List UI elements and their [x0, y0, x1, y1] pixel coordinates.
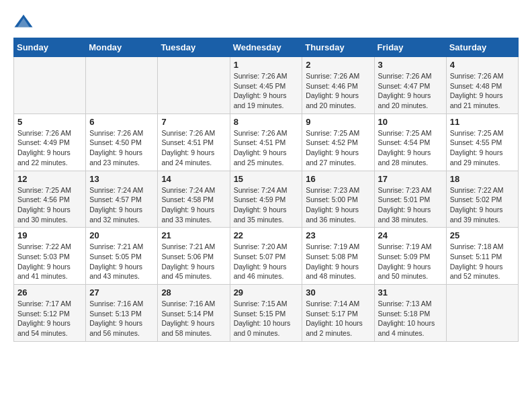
calendar-cell: 17Sunrise: 7:23 AM Sunset: 5:01 PM Dayli… [374, 171, 446, 228]
day-info: Sunrise: 7:23 AM Sunset: 5:01 PM Dayligh… [378, 185, 443, 225]
calendar-cell: 11Sunrise: 7:25 AM Sunset: 4:55 PM Dayli… [446, 113, 518, 171]
calendar-cell: 10Sunrise: 7:25 AM Sunset: 4:54 PM Dayli… [374, 113, 446, 171]
day-info: Sunrise: 7:19 AM Sunset: 5:08 PM Dayligh… [306, 242, 370, 281]
calendar-cell [158, 57, 230, 114]
calendar-cell: 6Sunrise: 7:26 AM Sunset: 4:50 PM Daylig… [86, 113, 158, 171]
weekday-sunday: Sunday [14, 38, 86, 57]
calendar-cell: 8Sunrise: 7:26 AM Sunset: 4:51 PM Daylig… [230, 113, 302, 171]
day-info: Sunrise: 7:26 AM Sunset: 4:49 PM Dayligh… [17, 128, 82, 168]
day-number: 18 [450, 174, 515, 184]
weekday-header-row: SundayMondayTuesdayWednesdayThursdayFrid… [14, 38, 519, 57]
day-number: 17 [378, 174, 443, 184]
day-info: Sunrise: 7:15 AM Sunset: 5:15 PM Dayligh… [234, 299, 299, 338]
day-info: Sunrise: 7:16 AM Sunset: 5:13 PM Dayligh… [89, 299, 154, 338]
calendar-cell: 3Sunrise: 7:26 AM Sunset: 4:47 PM Daylig… [374, 57, 446, 114]
calendar-week-row: 26Sunrise: 7:17 AM Sunset: 5:12 PM Dayli… [14, 285, 519, 342]
weekday-wednesday: Wednesday [230, 38, 302, 57]
calendar-cell [446, 285, 518, 342]
weekday-tuesday: Tuesday [158, 38, 230, 57]
day-info: Sunrise: 7:26 AM Sunset: 4:46 PM Dayligh… [306, 71, 370, 111]
day-number: 10 [378, 117, 443, 127]
day-info: Sunrise: 7:24 AM Sunset: 4:59 PM Dayligh… [234, 185, 299, 225]
day-number: 6 [89, 117, 154, 127]
calendar-cell: 27Sunrise: 7:16 AM Sunset: 5:13 PM Dayli… [86, 285, 158, 342]
calendar-cell: 22Sunrise: 7:20 AM Sunset: 5:07 PM Dayli… [230, 228, 302, 285]
day-number: 2 [306, 60, 370, 70]
calendar-week-row: 12Sunrise: 7:25 AM Sunset: 4:56 PM Dayli… [14, 171, 519, 228]
day-info: Sunrise: 7:24 AM Sunset: 4:58 PM Dayligh… [161, 185, 226, 225]
day-number: 14 [161, 174, 226, 184]
calendar-cell: 24Sunrise: 7:19 AM Sunset: 5:09 PM Dayli… [374, 228, 446, 285]
day-number: 11 [450, 117, 515, 127]
day-number: 7 [161, 117, 226, 127]
calendar-cell: 30Sunrise: 7:14 AM Sunset: 5:17 PM Dayli… [302, 285, 374, 342]
calendar-cell: 20Sunrise: 7:21 AM Sunset: 5:05 PM Dayli… [86, 228, 158, 285]
header [13, 12, 519, 32]
day-info: Sunrise: 7:26 AM Sunset: 4:51 PM Dayligh… [161, 128, 226, 168]
weekday-friday: Friday [374, 38, 446, 57]
day-number: 20 [89, 230, 154, 240]
day-number: 12 [17, 174, 82, 184]
day-number: 22 [234, 230, 299, 240]
calendar-cell: 29Sunrise: 7:15 AM Sunset: 5:15 PM Dayli… [230, 285, 302, 342]
day-info: Sunrise: 7:18 AM Sunset: 5:11 PM Dayligh… [450, 242, 515, 281]
day-info: Sunrise: 7:23 AM Sunset: 5:00 PM Dayligh… [306, 185, 370, 225]
calendar-cell: 25Sunrise: 7:18 AM Sunset: 5:11 PM Dayli… [446, 228, 518, 285]
calendar-week-row: 1Sunrise: 7:26 AM Sunset: 4:45 PM Daylig… [14, 57, 519, 114]
day-info: Sunrise: 7:26 AM Sunset: 4:50 PM Dayligh… [89, 128, 154, 168]
weekday-monday: Monday [86, 38, 158, 57]
day-info: Sunrise: 7:25 AM Sunset: 4:56 PM Dayligh… [17, 185, 82, 225]
logo-icon [13, 12, 34, 32]
day-info: Sunrise: 7:13 AM Sunset: 5:18 PM Dayligh… [378, 299, 443, 338]
calendar-table: SundayMondayTuesdayWednesdayThursdayFrid… [13, 38, 519, 342]
calendar-cell [86, 57, 158, 114]
calendar-cell: 1Sunrise: 7:26 AM Sunset: 4:45 PM Daylig… [230, 57, 302, 114]
day-number: 30 [306, 287, 370, 298]
day-number: 9 [306, 117, 370, 127]
day-info: Sunrise: 7:25 AM Sunset: 4:54 PM Dayligh… [378, 128, 443, 168]
calendar-cell: 14Sunrise: 7:24 AM Sunset: 4:58 PM Dayli… [158, 171, 230, 228]
day-number: 15 [234, 174, 299, 184]
day-number: 1 [234, 60, 299, 70]
calendar-cell: 18Sunrise: 7:22 AM Sunset: 5:02 PM Dayli… [446, 171, 518, 228]
day-info: Sunrise: 7:26 AM Sunset: 4:45 PM Dayligh… [234, 71, 299, 111]
day-info: Sunrise: 7:25 AM Sunset: 4:52 PM Dayligh… [306, 128, 370, 168]
page: SundayMondayTuesdayWednesdayThursdayFrid… [0, 0, 532, 354]
day-info: Sunrise: 7:26 AM Sunset: 4:51 PM Dayligh… [234, 128, 299, 168]
day-number: 19 [17, 230, 82, 240]
day-info: Sunrise: 7:19 AM Sunset: 5:09 PM Dayligh… [378, 242, 443, 281]
weekday-saturday: Saturday [446, 38, 518, 57]
calendar-cell: 15Sunrise: 7:24 AM Sunset: 4:59 PM Dayli… [230, 171, 302, 228]
day-info: Sunrise: 7:21 AM Sunset: 5:05 PM Dayligh… [89, 242, 154, 281]
calendar-cell: 26Sunrise: 7:17 AM Sunset: 5:12 PM Dayli… [14, 285, 86, 342]
calendar-cell [14, 57, 86, 114]
day-number: 25 [450, 230, 515, 240]
calendar-cell: 23Sunrise: 7:19 AM Sunset: 5:08 PM Dayli… [302, 228, 374, 285]
calendar-cell: 16Sunrise: 7:23 AM Sunset: 5:00 PM Dayli… [302, 171, 374, 228]
day-number: 8 [234, 117, 299, 127]
calendar-cell: 5Sunrise: 7:26 AM Sunset: 4:49 PM Daylig… [14, 113, 86, 171]
day-number: 23 [306, 230, 370, 240]
day-number: 13 [89, 174, 154, 184]
logo [13, 12, 35, 32]
day-number: 3 [378, 60, 443, 70]
calendar-cell: 21Sunrise: 7:21 AM Sunset: 5:06 PM Dayli… [158, 228, 230, 285]
calendar-cell: 13Sunrise: 7:24 AM Sunset: 4:57 PM Dayli… [86, 171, 158, 228]
day-info: Sunrise: 7:26 AM Sunset: 4:48 PM Dayligh… [450, 71, 515, 111]
day-info: Sunrise: 7:22 AM Sunset: 5:03 PM Dayligh… [17, 242, 82, 281]
day-number: 4 [450, 60, 515, 70]
day-number: 29 [234, 287, 299, 298]
day-info: Sunrise: 7:26 AM Sunset: 4:47 PM Dayligh… [378, 71, 443, 111]
day-info: Sunrise: 7:16 AM Sunset: 5:14 PM Dayligh… [161, 299, 226, 338]
day-number: 27 [89, 287, 154, 298]
day-number: 24 [378, 230, 443, 240]
calendar-cell: 12Sunrise: 7:25 AM Sunset: 4:56 PM Dayli… [14, 171, 86, 228]
day-number: 31 [378, 287, 443, 298]
day-number: 16 [306, 174, 370, 184]
calendar-cell: 7Sunrise: 7:26 AM Sunset: 4:51 PM Daylig… [158, 113, 230, 171]
day-info: Sunrise: 7:22 AM Sunset: 5:02 PM Dayligh… [450, 185, 515, 225]
calendar-cell: 19Sunrise: 7:22 AM Sunset: 5:03 PM Dayli… [14, 228, 86, 285]
day-number: 21 [161, 230, 226, 240]
day-number: 26 [17, 287, 82, 298]
calendar-week-row: 19Sunrise: 7:22 AM Sunset: 5:03 PM Dayli… [14, 228, 519, 285]
